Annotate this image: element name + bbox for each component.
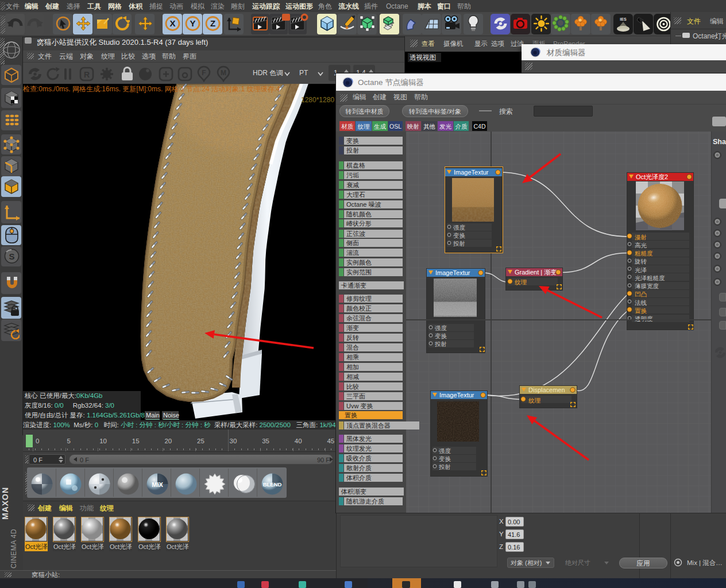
svg-text:Z: Z (210, 18, 215, 28)
svg-text:S: S (9, 252, 14, 261)
svg-text:F: F (202, 69, 206, 77)
svg-text:MIX: MIX (152, 481, 163, 488)
svg-text:R: R (84, 70, 90, 79)
svg-text:IES: IES (620, 17, 627, 21)
svg-text:BLEND: BLEND (263, 481, 282, 488)
svg-text:X: X (169, 18, 175, 28)
svg-text:M: M (221, 69, 226, 77)
svg-text:Y: Y (190, 18, 195, 28)
